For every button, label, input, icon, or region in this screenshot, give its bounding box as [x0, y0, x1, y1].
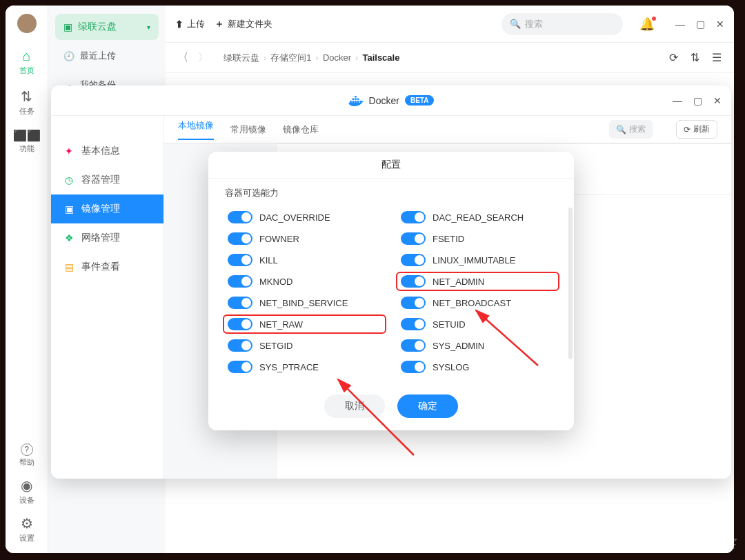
rail-label: 首页: [19, 66, 34, 76]
capability-label: SETGID: [259, 341, 292, 351]
fm-item-label: 最近上传: [80, 50, 116, 62]
toggle-switch[interactable]: [401, 232, 426, 245]
toggle-switch[interactable]: [228, 275, 252, 288]
ds-event-view[interactable]: ▤事件查看: [51, 252, 163, 281]
crumb-part[interactable]: 绿联云盘: [223, 52, 259, 64]
new-folder-button[interactable]: ＋ 新建文件夹: [215, 18, 272, 30]
minimize-button[interactable]: —: [675, 19, 685, 30]
capability-list: AUDIT_WRITEDAC_OVERRIDEFOWNERKILLMKNODNE…: [208, 203, 574, 386]
ds-network-mgmt[interactable]: ❖网络管理: [51, 223, 163, 252]
capability-linux_immutable[interactable]: LINUX_IMMUTABLE: [398, 252, 557, 268]
capability-net_broadcast[interactable]: NET_BROADCAST: [398, 295, 557, 310]
toggle-switch[interactable]: [228, 211, 252, 223]
modal-title: 配置: [208, 152, 574, 179]
modal-subtitle: 容器可选能力: [208, 179, 574, 203]
rail-features[interactable]: ⬛⬛ 功能: [13, 129, 41, 154]
toggle-switch[interactable]: [401, 297, 426, 309]
capability-dac_read_search[interactable]: DAC_READ_SEARCH: [398, 210, 557, 225]
capability-sys_admin[interactable]: SYS_ADMIN: [398, 338, 557, 353]
toggle-switch[interactable]: [228, 339, 252, 352]
capability-sys_ptrace[interactable]: SYS_PTRACE: [225, 359, 384, 374]
sort-icon[interactable]: ⇅: [691, 51, 699, 64]
crumb-part-current: Tailscale: [362, 52, 399, 63]
avatar[interactable]: [17, 14, 37, 33]
capability-syslog[interactable]: SYSLOG: [398, 359, 557, 374]
capability-label: DAC_READ_SEARCH: [433, 212, 524, 223]
capability-label: DAC_OVERRIDE: [259, 212, 330, 223]
capability-label: KILL: [259, 255, 278, 266]
window-controls: — ▢ ✕: [675, 19, 724, 30]
search-input[interactable]: 🔍 搜索: [501, 13, 623, 35]
maximize-button[interactable]: ▢: [693, 95, 702, 106]
toggle-switch[interactable]: [228, 254, 252, 266]
folder-icon: ▣: [63, 21, 72, 32]
bell-icon[interactable]: 🔔: [639, 17, 655, 32]
upload-button[interactable]: ⬆ 上传: [175, 18, 205, 30]
upload-label: 上传: [187, 18, 205, 30]
refresh-icon[interactable]: ⟳: [669, 51, 678, 64]
toggle-switch[interactable]: [228, 297, 252, 309]
new-folder-label: 新建文件夹: [228, 18, 272, 30]
toggle-switch[interactable]: [401, 318, 426, 330]
toggle-switch[interactable]: [228, 318, 252, 330]
chevron-down-icon: ▾: [147, 23, 150, 31]
docker-tabs: 本地镜像 常用镜像 镜像仓库 🔍 搜索 ⟳ 刷新: [164, 116, 731, 143]
docker-search-input[interactable]: 🔍 搜索: [609, 120, 653, 139]
tab-image-repo[interactable]: 镜像仓库: [283, 123, 319, 136]
toggle-switch[interactable]: [228, 232, 252, 245]
scrollbar[interactable]: [568, 208, 573, 359]
minimize-button[interactable]: —: [673, 95, 682, 106]
crumb-part[interactable]: 存储空间1: [270, 52, 311, 64]
tab-common-images[interactable]: 常用镜像: [230, 123, 266, 136]
gear-icon: ⚙: [21, 515, 33, 532]
close-button[interactable]: ✕: [716, 19, 724, 30]
capability-fowner[interactable]: FOWNER: [225, 231, 384, 246]
capability-fsetid[interactable]: FSETID: [398, 231, 557, 246]
close-button[interactable]: ✕: [713, 95, 722, 106]
rail-label: 功能: [19, 143, 34, 154]
rail-settings[interactable]: ⚙ 设置: [19, 515, 34, 543]
tab-local-images[interactable]: 本地镜像: [178, 119, 214, 140]
fm-item-recent[interactable]: 🕘 最近上传: [55, 43, 159, 69]
ok-button[interactable]: 确定: [397, 394, 458, 418]
rail-home[interactable]: ⌂ 首页: [19, 48, 34, 76]
capability-kill[interactable]: KILL: [225, 252, 384, 268]
clock-icon: 🕘: [63, 51, 73, 61]
list-view-icon[interactable]: ☰: [712, 51, 722, 64]
toggle-switch[interactable]: [401, 211, 426, 223]
capability-net_bind_service[interactable]: NET_BIND_SERVICE: [225, 295, 384, 310]
rail-device[interactable]: ◉ 设备: [19, 477, 34, 506]
capability-label: NET_BROADCAST: [433, 298, 511, 308]
cap-col-right: CHOWNDAC_READ_SEARCHFSETIDLINUX_IMMUTABL…: [398, 203, 557, 381]
toggle-switch[interactable]: [401, 339, 426, 352]
maximize-button[interactable]: ▢: [696, 19, 705, 30]
capability-mknod[interactable]: MKNOD: [225, 274, 384, 289]
search-icon: 🔍: [616, 125, 626, 134]
toggle-switch[interactable]: [401, 275, 426, 288]
capability-dac_override[interactable]: DAC_OVERRIDE: [225, 210, 384, 225]
toolbar: ⬆ 上传 ＋ 新建文件夹 🔍 搜索 🔔 — ▢ ✕: [166, 6, 734, 43]
crumb-part[interactable]: Docker: [323, 52, 351, 63]
toggle-switch[interactable]: [228, 361, 252, 373]
toggle-switch[interactable]: [401, 361, 426, 373]
capability-label: SYS_PTRACE: [259, 362, 319, 372]
cancel-button[interactable]: 取消: [324, 394, 385, 418]
nav-back-button[interactable]: 〈: [178, 51, 188, 64]
nav-forward-button[interactable]: 〉: [198, 51, 208, 64]
toggle-switch[interactable]: [401, 254, 426, 266]
fm-drive-select[interactable]: ▣ 绿联云盘 ▾: [55, 14, 159, 40]
refresh-icon: ⟳: [684, 125, 691, 134]
rail-help[interactable]: ? 帮助: [19, 443, 34, 468]
capability-modal: 配置 容器可选能力 AUDIT_WRITEDAC_OVERRIDEFOWNERK…: [208, 152, 574, 430]
capability-net_admin[interactable]: NET_ADMIN: [398, 274, 557, 289]
capability-setgid[interactable]: SETGID: [225, 338, 384, 353]
capability-net_raw[interactable]: NET_RAW: [225, 317, 384, 332]
home-icon: ⌂: [22, 48, 30, 64]
ds-basic-info[interactable]: ✦基本信息: [51, 137, 163, 166]
rail-label: 设备: [19, 495, 34, 506]
rail-tasks[interactable]: ⇅ 任务: [19, 88, 34, 117]
refresh-button[interactable]: ⟳ 刷新: [676, 120, 717, 139]
ds-image-mgmt[interactable]: ▣镜像管理: [51, 194, 163, 223]
ds-container-mgmt[interactable]: ◷容器管理: [51, 166, 163, 194]
capability-setuid[interactable]: SETUID: [398, 317, 557, 332]
